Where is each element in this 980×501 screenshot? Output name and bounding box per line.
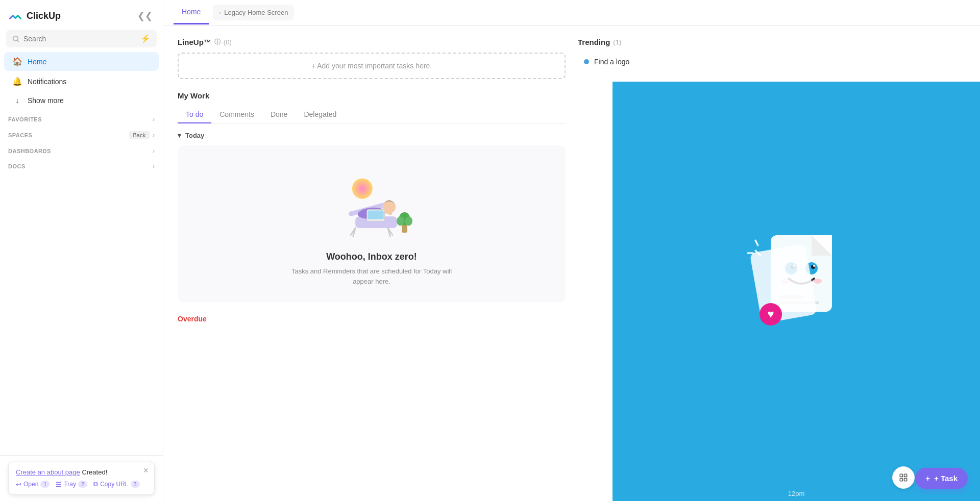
spaces-expand-icon: ›: [153, 132, 155, 139]
main-content: Home ‹ Legacy Home Screen LineUp™ ⓘ (0) …: [163, 0, 980, 501]
trending-section: Trending (1) Find a logo: [578, 38, 966, 79]
sidebar: ClickUp ❮❮ ⚡ 🏠 Home 🔔 Notifications ↓ Sh…: [0, 0, 163, 501]
grid-icon: [899, 473, 908, 482]
toast-title: Create an about page Created!: [16, 468, 147, 476]
sidebar-item-home-label: Home: [28, 58, 46, 66]
today-header[interactable]: ▾ Today: [178, 132, 566, 139]
add-task-button[interactable]: + + Task: [915, 468, 968, 489]
toast-tray-button[interactable]: ☰ Tray 2: [56, 481, 87, 488]
chevron-down-icon: ↓: [12, 96, 22, 105]
inbox-zero-illustration: [321, 162, 423, 243]
svg-line-31: [755, 240, 758, 245]
sidebar-header: ClickUp ❮❮: [0, 0, 163, 30]
docs-section[interactable]: DOCS ›: [0, 157, 163, 172]
svg-rect-36: [904, 474, 907, 477]
grid-view-button[interactable]: [892, 466, 915, 489]
svg-rect-37: [900, 479, 902, 481]
empty-title: Woohoo, Inbox zero!: [326, 252, 417, 262]
trending-title: Trending: [578, 38, 610, 46]
home-icon: 🏠: [12, 57, 22, 66]
my-work-tab-comments[interactable]: Comments: [211, 106, 262, 123]
svg-rect-12: [368, 210, 384, 219]
bell-icon: 🔔: [12, 77, 22, 86]
app-name: ClickUp: [27, 11, 61, 21]
my-work-tab-done[interactable]: Done: [262, 106, 296, 123]
lineup-info-icon[interactable]: ⓘ: [214, 38, 220, 46]
svg-point-26: [814, 279, 822, 284]
toast-copy-count: 3: [131, 481, 140, 488]
lineup-add-button[interactable]: + Add your most important tasks here.: [178, 53, 566, 79]
sidebar-item-show-more-label: Show more: [28, 96, 64, 105]
sidebar-item-show-more[interactable]: ↓ Show more: [4, 92, 159, 109]
svg-point-2: [352, 179, 373, 199]
my-work-tab-todo[interactable]: To do: [178, 106, 211, 123]
today-section: ▾ Today: [178, 132, 566, 303]
toast-link[interactable]: Create an about page: [16, 468, 80, 476]
docs-expand-icon: ›: [153, 163, 155, 170]
trending-count: (1): [613, 38, 621, 46]
toast-tray-count: 2: [78, 481, 87, 488]
search-input[interactable]: [23, 35, 136, 43]
lineup-count: (0): [224, 38, 232, 46]
svg-point-16: [405, 216, 412, 226]
toast-close-button[interactable]: ✕: [143, 466, 149, 474]
my-work-section: My Work To do Comments Done Delegated ▾ …: [178, 91, 566, 327]
spaces-label: SPACES: [8, 132, 32, 138]
back-button[interactable]: Back: [129, 131, 150, 139]
breadcrumb-arrow-icon: ‹: [219, 9, 221, 16]
favorites-expand-icon: ›: [153, 116, 155, 123]
svg-point-24: [813, 265, 815, 267]
today-chevron-icon: ▾: [178, 132, 181, 139]
trending-item-label: Find a logo: [594, 58, 629, 66]
toast-copy-url-button[interactable]: ⧉ Copy URL 3: [93, 480, 139, 488]
lightning-icon[interactable]: ⚡: [140, 34, 151, 43]
tab-bar: Home ‹ Legacy Home Screen: [163, 0, 980, 26]
empty-state-today: Woohoo, Inbox zero! Tasks and Reminders …: [178, 145, 566, 303]
toast-open-button[interactable]: ↩ Open 1: [16, 481, 50, 488]
today-label: Today: [185, 132, 204, 139]
svg-line-1: [17, 40, 19, 41]
search-icon: [12, 35, 19, 42]
svg-point-15: [397, 216, 404, 226]
favorites-label: FAVORITES: [8, 116, 42, 122]
toast-open-label: Open: [23, 481, 38, 488]
copy-icon: ⧉: [93, 480, 98, 488]
toast-tray-label: Tray: [64, 481, 76, 488]
tray-icon: ☰: [56, 481, 62, 488]
logo-area: ClickUp: [8, 9, 61, 23]
toast-actions: ↩ Open 1 ☰ Tray 2 ⧉ Copy URL 3: [16, 480, 147, 488]
svg-rect-35: [900, 474, 902, 477]
dashboards-section[interactable]: DASHBOARDS ›: [0, 141, 163, 157]
dashboards-expand-icon: ›: [153, 147, 155, 155]
overdue-label: Overdue: [178, 311, 566, 327]
sidebar-item-home[interactable]: 🏠 Home: [4, 52, 159, 71]
sidebar-item-notifications-label: Notifications: [28, 78, 66, 86]
toast-status: Created!: [82, 468, 107, 476]
favorites-section[interactable]: FAVORITES ›: [0, 110, 163, 125]
sidebar-item-notifications[interactable]: 🔔 Notifications: [4, 72, 159, 91]
open-icon: ↩: [16, 481, 21, 488]
toast-open-count: 1: [40, 481, 50, 488]
search-bar[interactable]: ⚡: [6, 30, 157, 47]
tab-legacy-home[interactable]: ‹ Legacy Home Screen: [213, 5, 294, 20]
collapse-sidebar-button[interactable]: ❮❮: [135, 8, 155, 23]
spaces-section[interactable]: SPACES Back ›: [0, 125, 163, 141]
docs-label: DOCS: [8, 163, 26, 169]
svg-text:♥: ♥: [767, 308, 774, 320]
my-work-title: My Work: [178, 91, 566, 100]
lineup-title-row: LineUp™ ⓘ (0): [178, 38, 566, 46]
my-work-tab-delegated[interactable]: Delegated: [296, 106, 345, 123]
svg-rect-38: [904, 479, 907, 481]
toast-notification: ✕ Create an about page Created! ↩ Open 1…: [0, 455, 163, 501]
blue-overlay-panel: ♥ 12pm: [612, 82, 980, 501]
task-fab-label: + Task: [934, 474, 958, 483]
empty-desc: Tasks and Reminders that are scheduled f…: [290, 266, 453, 286]
trending-dot-icon: [584, 59, 589, 64]
tab-home[interactable]: Home: [174, 1, 209, 24]
trending-title-row: Trending (1): [578, 38, 966, 46]
dashboards-label: DASHBOARDS: [8, 148, 51, 154]
document-mascot: ♥: [730, 215, 863, 368]
trending-item-0[interactable]: Find a logo: [578, 53, 966, 71]
my-work-tabs: To do Comments Done Delegated: [178, 106, 566, 123]
plus-icon: +: [925, 474, 930, 483]
